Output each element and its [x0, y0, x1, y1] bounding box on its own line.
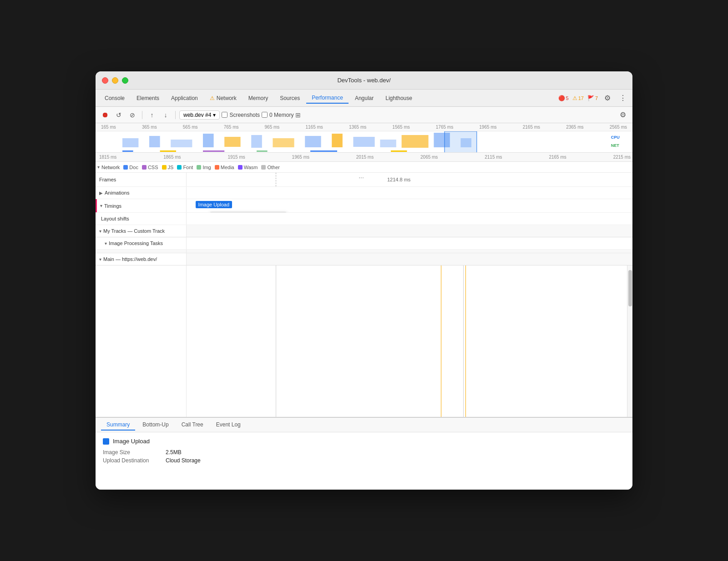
legend-doc: Doc [123, 165, 138, 170]
profile-name: web.dev #4 [183, 112, 211, 118]
tab-summary[interactable]: Summary [101, 420, 135, 431]
window-title: DevTools - web.dev/ [337, 77, 390, 84]
main-flame-area [96, 265, 632, 417]
legend-font: Font [177, 165, 193, 170]
tab-performance[interactable]: Performance [306, 93, 349, 104]
s-time-4: 2015 ms [356, 155, 374, 160]
image-processing-collapse-icon[interactable]: ▾ [105, 241, 107, 246]
network-collapse-icon[interactable]: ▾ [97, 165, 100, 170]
spacer-label [96, 250, 187, 253]
frames-content[interactable]: 1214.8 ms [187, 173, 632, 186]
screenshots-checkbox-label[interactable]: Screenshots [222, 112, 260, 118]
tab-lighthouse[interactable]: Lighthouse [380, 93, 418, 103]
track-timings: ▾ Timings Image Upload Processed image u… [96, 199, 632, 213]
summary-title-text: Image Upload [113, 438, 150, 445]
main-scrollbar[interactable] [627, 265, 632, 417]
tracks-area: ··· Frames 1214.8 ms ▶ Animations [96, 173, 632, 417]
tab-angular[interactable]: Angular [349, 93, 379, 103]
top-time-ruler: 165 ms 365 ms 565 ms 765 ms 965 ms 1165 … [96, 123, 632, 131]
svg-rect-22 [391, 150, 407, 152]
screenshots-checkbox[interactable] [222, 112, 228, 118]
main-label[interactable]: ▾ Main — https://web.dev/ [96, 253, 187, 265]
tab-memory[interactable]: Memory [243, 93, 273, 103]
my-tracks-collapse-icon[interactable]: ▾ [99, 229, 101, 234]
tab-elements[interactable]: Elements [131, 93, 165, 103]
svg-rect-0 [122, 138, 138, 147]
legend-js-dot [162, 165, 167, 170]
load-profile-button[interactable]: ↑ [146, 109, 158, 121]
record-button[interactable]: ⏺ [99, 109, 111, 121]
info-badge: 🚩 7 [587, 95, 598, 101]
scrollbar-thumb[interactable] [628, 270, 632, 306]
tab-event-log[interactable]: Event Log [211, 420, 246, 431]
time-mark-6: 1365 ms [349, 125, 366, 130]
legend-img-dot [197, 165, 201, 170]
save-profile-button[interactable]: ↓ [160, 109, 172, 121]
timing-tooltip: Processed image uploaded [209, 212, 287, 212]
cpu-overview-chart: CPU NET [96, 131, 632, 153]
timings-label[interactable]: ▾ Timings [96, 199, 187, 212]
main-track-content[interactable] [187, 265, 632, 417]
minimize-button[interactable] [112, 77, 118, 84]
upload-dest-value: Cloud Storage [166, 457, 201, 464]
animations-collapse-icon[interactable]: ▶ [99, 190, 103, 195]
timings-content[interactable]: Image Upload Processed image uploaded [187, 199, 632, 212]
vline-yellow-2 [465, 265, 466, 417]
animations-text: Animations [105, 190, 129, 195]
legend-media-dot [215, 165, 219, 170]
legend-img: Img [197, 165, 211, 170]
legend-js: JS [162, 165, 174, 170]
memory-checkbox[interactable] [262, 112, 268, 118]
profile-selector[interactable]: web.dev #4 ▾ [179, 110, 220, 120]
legend-other: Other [261, 165, 280, 170]
tab-application[interactable]: Application [166, 93, 203, 103]
toolbar-settings-button[interactable]: ⚙ [617, 109, 629, 121]
vline-yellow-1 [441, 265, 441, 417]
profile-dropdown-icon: ▾ [213, 112, 216, 118]
network-legend: ▾ Network Doc CSS JS Font Img Media [96, 162, 632, 173]
reload-record-button[interactable]: ↺ [113, 109, 125, 121]
nav-right: 🔴 5 ⚠ 17 🚩 7 ⚙ ⋮ [558, 92, 629, 104]
clear-button[interactable]: ⊘ [126, 109, 138, 121]
tab-network[interactable]: ⚠ Network [204, 93, 242, 103]
time-mark-7: 1565 ms [392, 125, 410, 130]
track-image-processing: ▾ Image Processing Tasks [96, 237, 632, 250]
memory-checkbox-label[interactable]: 0 Memory [262, 112, 293, 118]
image-size-key: Image Size [103, 449, 162, 456]
svg-rect-3 [203, 134, 214, 147]
s-time-2: 1915 ms [228, 155, 245, 160]
legend-wasm-dot [238, 165, 243, 170]
svg-rect-9 [353, 137, 374, 147]
time-mark-9: 1965 ms [479, 125, 496, 130]
image-upload-badge[interactable]: Image Upload [196, 201, 233, 208]
spacer-row [96, 250, 632, 253]
timings-collapse-icon[interactable]: ▾ [100, 203, 102, 208]
svg-rect-19 [203, 150, 224, 152]
titlebar: DevTools - web.dev/ [96, 71, 632, 90]
image-processing-text: Image Processing Tasks [109, 240, 163, 246]
image-processing-label[interactable]: ▾ Image Processing Tasks [96, 237, 187, 249]
animations-label[interactable]: ▶ Animations [96, 187, 187, 199]
my-tracks-label[interactable]: ▾ My Tracks — Custom Track [96, 225, 187, 237]
main-header-content [187, 253, 632, 265]
legend-wasm: Wasm [238, 165, 258, 170]
svg-rect-1 [149, 136, 160, 147]
time-mark-1: 365 ms [142, 125, 157, 130]
tab-console[interactable]: Console [99, 93, 130, 103]
tab-sources[interactable]: Sources [274, 93, 305, 103]
settings-button[interactable]: ⚙ [602, 92, 613, 104]
time-mark-0: 165 ms [101, 125, 116, 130]
maximize-button[interactable] [122, 77, 128, 84]
time-mark-11: 2365 ms [566, 125, 583, 130]
network-warning-icon: ⚠ [210, 95, 215, 101]
track-my-tracks: ▾ My Tracks — Custom Track [96, 225, 632, 237]
close-button[interactable] [102, 77, 108, 84]
more-button[interactable]: ⋮ [617, 92, 629, 104]
main-collapse-icon[interactable]: ▾ [99, 257, 101, 262]
tab-network-label: Network [217, 95, 237, 101]
flame-chart-overview[interactable]: CPU NET [96, 131, 632, 153]
tab-call-tree[interactable]: Call Tree [176, 420, 209, 431]
tab-bottom-up[interactable]: Bottom-Up [137, 420, 174, 431]
svg-rect-8 [332, 134, 343, 147]
svg-rect-18 [160, 150, 176, 152]
